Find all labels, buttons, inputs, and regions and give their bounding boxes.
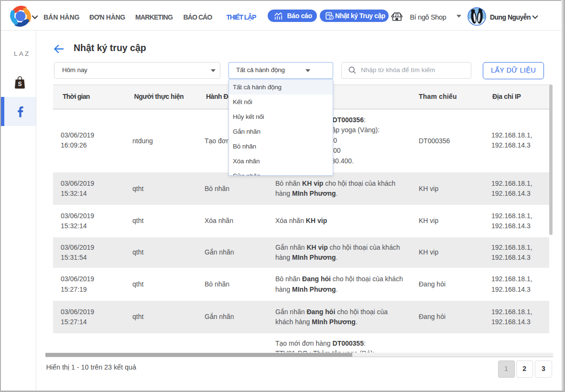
- svg-text:S: S: [18, 81, 22, 87]
